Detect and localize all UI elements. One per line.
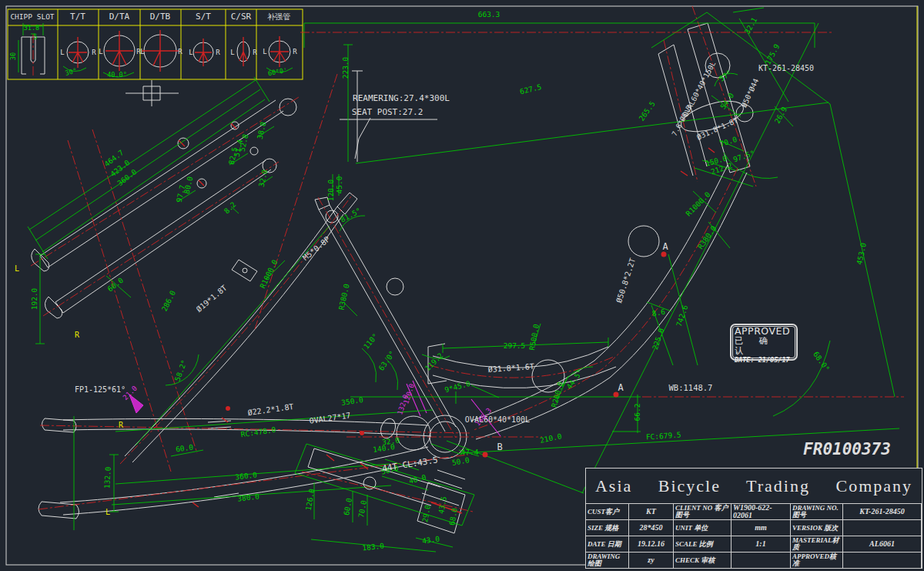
dimension-label: 补强管 — [267, 12, 290, 21]
title-block-value: KT — [629, 504, 674, 520]
dimension-label: 350.0 — [341, 395, 364, 407]
title-block-label: VERSIOK 版次 — [791, 520, 843, 536]
dimension-label: R — [92, 49, 96, 56]
company-name: Asia Bicycle Trading Company — [586, 469, 922, 504]
dimension-label: 60°0' — [267, 66, 288, 77]
dimension-label: L — [189, 49, 192, 56]
dimension-label: 360.0 — [235, 470, 258, 481]
dimension-label: 453.0 — [855, 242, 868, 266]
dimension-label: 223.0 — [341, 56, 350, 79]
dimension-label: 52.8 — [238, 133, 250, 153]
dimension-label: RC:478.0 — [240, 425, 276, 438]
title-block-label: DRAWING NO. 图号 — [791, 504, 843, 520]
dimension-label: 286.0 — [160, 289, 178, 313]
dimension-label: 8.6 — [651, 307, 666, 318]
dimension-label: 110° — [362, 331, 380, 351]
dimension-label: 140.0 — [373, 442, 396, 454]
dimension-label: Ø50*Ø44 — [739, 77, 760, 109]
title-block-label: SIZE 规格 — [586, 520, 629, 536]
dimension-label: 265.5 — [637, 99, 656, 123]
cad-sheet: CHIPP SLOTT/TD/TAD/TBS/TC/SR补强管31.8530LR… — [0, 0, 924, 571]
dimension-label: L — [105, 508, 110, 516]
stamp-approved-text: APPROVED — [735, 326, 793, 337]
dimension-label: 97.5° — [732, 149, 756, 163]
dimension-label: 742.6 — [675, 304, 689, 327]
dimension-label: 54.0 — [718, 91, 735, 110]
dimension-label: 627.5 — [519, 82, 542, 96]
approval-stamp: APPROVED 已 确 认 DATE: 21/05/17 — [730, 324, 798, 361]
dimension-label: SEAT POST:27.2 — [352, 107, 424, 117]
dimension-label: R — [216, 49, 220, 56]
dimension-label: 81.5° — [339, 206, 362, 223]
dimension-label: 120.0 — [326, 179, 335, 201]
dimension-label: R — [75, 331, 80, 339]
dimension-label: 44T CL:43.5 — [381, 455, 438, 473]
dimension-label: 58.2° — [173, 358, 189, 382]
dimension-label: R — [178, 48, 182, 55]
title-block-label: APPROVED核准 — [791, 553, 843, 569]
title-block-label: SCALE 比例 — [674, 536, 732, 553]
dimension-label: CHIPP SLOT — [10, 12, 54, 21]
dimension-label: 60.0 — [175, 442, 193, 453]
title-block-value — [843, 553, 922, 569]
dimension-label: B — [497, 442, 502, 452]
dimension-label: 30° — [65, 66, 78, 77]
dimension-label: D/TB — [150, 12, 171, 22]
dimension-label: 70.0 — [718, 135, 738, 149]
dimension-label: R500.0 — [527, 323, 541, 351]
dimension-label: A — [662, 241, 668, 252]
title-block-label: CUST客户 — [586, 504, 629, 520]
dimension-label: L — [99, 48, 102, 55]
dimension-label: R1000.0 — [258, 258, 280, 290]
dimension-label: 5 — [33, 33, 37, 41]
title-block-label: UNIT 单位 — [674, 520, 732, 536]
title-block-value: W1900-622-02061 — [732, 504, 791, 520]
title-block-value: zy — [629, 553, 674, 569]
dimension-label: 30 — [9, 52, 17, 60]
title-block-value: 28*450 — [629, 520, 674, 536]
dimension-label: T/T — [70, 12, 85, 22]
dimension-label: C/SR — [231, 12, 252, 22]
dimension-label: 57° — [718, 69, 733, 83]
dimension-label: OVAL27*17 — [309, 411, 351, 425]
title-block-value: mm — [732, 520, 791, 536]
dimension-label: L — [263, 48, 266, 55]
dimension-label: M5*0.8P — [301, 235, 331, 263]
title-block-value: KT-261-28450 — [843, 504, 922, 520]
dimension-label: 60.0 — [342, 497, 353, 516]
title-block-value — [843, 520, 922, 536]
dimension-label: R — [293, 48, 297, 55]
dimension-label: 68.0° — [812, 350, 831, 373]
dimension-label: 29.0 — [420, 504, 432, 523]
dimension-label: 32.0 — [257, 169, 270, 188]
dimension-label: R380.0 — [337, 283, 351, 311]
dimension-label: 40.0° — [107, 71, 127, 79]
dimension-label: R — [253, 49, 257, 56]
dimension-label: FC:679.5 — [646, 430, 681, 441]
section-mark-icon — [126, 80, 179, 106]
dimension-label: A — [618, 382, 624, 393]
title-block-value — [732, 553, 791, 569]
dimension-label: FP1-125*61° — [75, 385, 126, 394]
dimension-label: 63.0° — [377, 349, 396, 372]
dimension-label: Ø50.8*2.2T — [614, 257, 637, 304]
dimension-label: R — [119, 421, 124, 429]
dimension-label: 45.0 — [335, 176, 343, 193]
dimension-label: S/T — [196, 12, 211, 22]
dimension-label: L — [15, 264, 19, 273]
dimension-label: 8.2 — [223, 200, 238, 216]
dimension-label: R200.0 — [550, 381, 565, 408]
dimension-label: KT-261-28450 — [758, 64, 814, 72]
dimension-label: 175.9 — [763, 42, 781, 66]
dimension-label: Ø22.2*1.8T — [247, 402, 294, 417]
dimension-label: 183.0 — [362, 542, 385, 553]
dimension-label: 663.3 — [478, 10, 500, 18]
dimension-label: L — [140, 48, 144, 55]
title-block-label: CHECK 审核 — [674, 553, 732, 569]
dimension-label: REAMERING:27.4*300L — [353, 93, 450, 103]
dimension-label: 9*45.0 — [444, 379, 471, 395]
title-block-value: AL6061 — [843, 536, 922, 553]
dimension-label: L — [60, 49, 64, 56]
dimension-label: 80.0 — [182, 176, 195, 195]
dimension-label: D/TA — [109, 12, 130, 22]
